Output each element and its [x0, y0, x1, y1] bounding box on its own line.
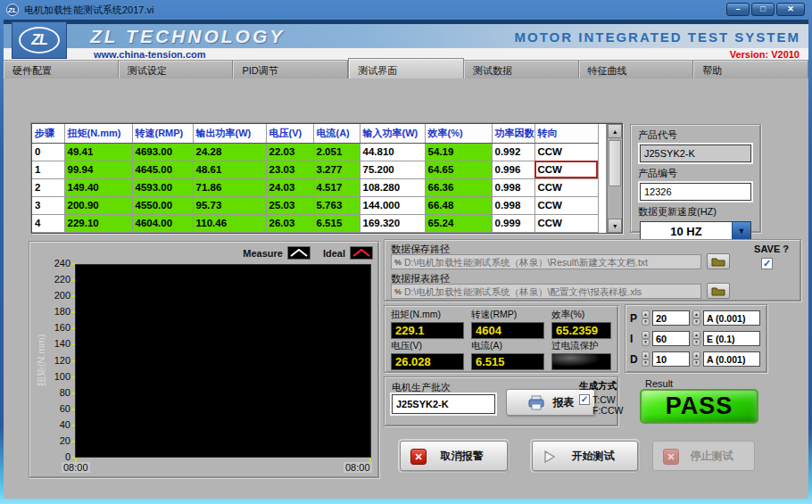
table-cell[interactable]: 6.515: [313, 214, 360, 232]
cancel-alarm-label: 取消报警: [441, 449, 484, 464]
product-number-field[interactable]: 12326: [640, 183, 751, 201]
table-scrollbar[interactable]: ▲ ▼: [607, 124, 622, 233]
table-cell[interactable]: 2: [32, 178, 64, 196]
spinner-arrows-icon[interactable]: ▲▼: [692, 310, 700, 326]
tab-4[interactable]: 测试数据: [464, 61, 579, 78]
pid-d-value-field[interactable]: 10: [652, 351, 690, 367]
table-cell[interactable]: 49.41: [64, 143, 132, 161]
direction-checkbox[interactable]: ✓: [579, 394, 590, 405]
table-cell[interactable]: 24.28: [193, 143, 266, 161]
table-cell[interactable]: 3.277: [313, 161, 360, 178]
column-header: 转速(RMP): [132, 124, 193, 143]
table-cell[interactable]: 64.65: [425, 161, 492, 178]
scroll-up-icon[interactable]: ▲: [608, 124, 622, 138]
table-cell[interactable]: 1: [32, 161, 64, 178]
y-tick-label: 140: [38, 338, 70, 349]
table-cell[interactable]: CCW: [534, 196, 598, 214]
tab-3-active[interactable]: 测试界面: [348, 58, 464, 78]
spinner-arrows-icon[interactable]: ▲▼: [642, 331, 650, 346]
spinner-arrows-icon[interactable]: ▲▼: [692, 331, 700, 346]
table-cell[interactable]: 108.280: [360, 178, 425, 196]
table-cell[interactable]: 0.998: [492, 196, 534, 214]
folder-icon: [711, 286, 725, 296]
table-cell[interactable]: 4: [32, 214, 64, 232]
table-cell[interactable]: 0.998: [492, 178, 534, 196]
table-cell[interactable]: 44.810: [360, 143, 425, 161]
table-cell[interactable]: 3: [32, 196, 64, 214]
table-cell[interactable]: 25.03: [266, 196, 313, 214]
table-cell[interactable]: 65.24: [425, 214, 492, 232]
website-link[interactable]: www.china-tension.com: [94, 49, 206, 60]
pid-d-mode-field[interactable]: A (0.001): [703, 351, 760, 367]
maximize-button[interactable]: □: [751, 3, 775, 16]
table-cell[interactable]: 4604.00: [132, 214, 193, 232]
save-checkbox[interactable]: ✓: [761, 258, 773, 269]
spinner-arrows-icon[interactable]: ▲▼: [642, 351, 650, 367]
start-test-button[interactable]: 开始测试: [532, 441, 638, 471]
table-cell[interactable]: 99.94: [64, 161, 132, 178]
spinner-arrows-icon[interactable]: ▲▼: [692, 351, 700, 367]
window-title: 电机加载性能测试系统2017.vi: [24, 4, 153, 17]
table-cell[interactable]: 23.03: [266, 161, 313, 178]
pid-i-mode-field[interactable]: E (0.1): [703, 331, 760, 346]
tab-0[interactable]: 硬件配置: [4, 61, 119, 78]
cancel-alarm-button[interactable]: ✕ 取消报警: [400, 441, 508, 471]
table-cell[interactable]: 95.73: [193, 196, 266, 214]
table-cell[interactable]: 2.051: [313, 143, 360, 161]
table-cell[interactable]: CCW: [534, 214, 598, 232]
browse-save-path-button[interactable]: [707, 253, 730, 269]
table-cell[interactable]: CCW: [534, 161, 598, 178]
chart-plot-area: [75, 264, 371, 458]
readout-label: 效率(%): [551, 309, 611, 321]
table-cell[interactable]: 54.19: [425, 143, 492, 161]
close-button[interactable]: ✕: [776, 3, 805, 16]
tab-6[interactable]: 帮助: [693, 61, 808, 78]
table-cell[interactable]: 0.996: [492, 161, 534, 178]
table-cell[interactable]: 66.48: [425, 196, 492, 214]
table-cell[interactable]: 110.46: [193, 214, 266, 232]
table-cell[interactable]: 0: [32, 143, 64, 161]
tab-5[interactable]: 特征曲线: [579, 61, 694, 78]
table-cell[interactable]: 200.90: [64, 196, 132, 214]
table-cell[interactable]: 4693.00: [132, 143, 193, 161]
table-cell[interactable]: 4.517: [313, 178, 360, 196]
table-cell[interactable]: 71.86: [193, 178, 266, 196]
tab-2[interactable]: PID调节: [233, 61, 348, 78]
table-cell[interactable]: 26.03: [266, 214, 313, 232]
company-logo: ZL: [12, 21, 67, 59]
chevron-down-icon[interactable]: ▼: [732, 222, 750, 239]
table-cell[interactable]: 24.03: [266, 178, 313, 196]
table-cell[interactable]: 75.200: [360, 161, 425, 178]
table-cell[interactable]: CCW: [534, 143, 598, 161]
tab-1[interactable]: 测试设定: [119, 61, 234, 78]
pid-i-value-field[interactable]: 60: [652, 331, 690, 346]
table-cell[interactable]: CCW: [534, 178, 598, 196]
table-cell[interactable]: 4645.00: [132, 161, 193, 178]
product-code-field[interactable]: J25SYK2-K: [640, 145, 751, 162]
save-path-field[interactable]: % D:\电机加载性能测试系统（林泉）\Result\新建文本文档.txt: [391, 254, 701, 269]
table-cell[interactable]: 0.999: [492, 214, 534, 232]
table-cell[interactable]: 144.000: [360, 196, 425, 214]
table-cell[interactable]: 5.763: [313, 196, 360, 214]
stop-test-button[interactable]: ✕ 停止测试: [652, 441, 755, 471]
spinner-arrows-icon[interactable]: ▲▼: [642, 310, 650, 326]
table-cell[interactable]: 229.10: [64, 214, 132, 232]
table-cell[interactable]: 4593.00: [132, 178, 193, 196]
table-cell[interactable]: 66.36: [425, 178, 492, 196]
update-rate-dropdown[interactable]: 10 HZ ▼: [640, 221, 751, 240]
table-cell[interactable]: 4550.00: [132, 196, 193, 214]
minimize-button[interactable]: –: [726, 3, 750, 16]
pid-p-value-field[interactable]: 20: [652, 310, 690, 326]
browse-report-path-button[interactable]: [707, 283, 730, 299]
batch-input[interactable]: J25SYK2-K: [392, 394, 495, 414]
report-path-field[interactable]: % D:\电机加载性能测试系统（林泉）\配置文件\报表样板.xls: [391, 284, 701, 299]
scrollbar-thumb[interactable]: [609, 140, 621, 186]
table-cell[interactable]: 22.03: [266, 143, 313, 161]
table-cell[interactable]: 0.992: [492, 143, 534, 161]
pid-p-mode-field[interactable]: A (0.001): [703, 310, 760, 326]
table-cell[interactable]: 48.61: [193, 161, 266, 178]
table-cell[interactable]: 169.320: [360, 214, 425, 232]
scroll-down-icon[interactable]: ▼: [608, 219, 622, 233]
table-cell[interactable]: 149.40: [64, 178, 132, 196]
table-filler-column: [599, 124, 608, 233]
